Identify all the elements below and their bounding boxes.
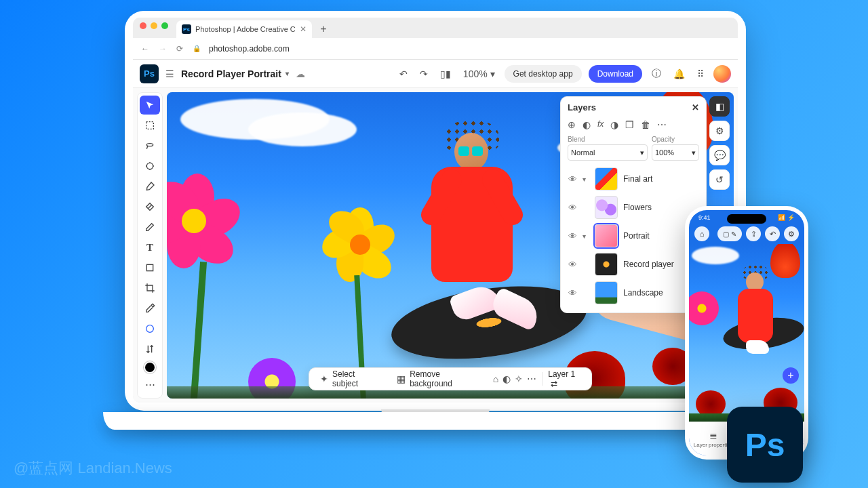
healing-tool[interactable] xyxy=(140,197,160,216)
help-icon[interactable]: ⓘ xyxy=(649,68,664,80)
remove-bg-icon: ▦ xyxy=(397,373,406,384)
layer-name: Record player xyxy=(623,260,674,269)
zoom-level[interactable]: 100% ▾ xyxy=(460,68,498,79)
left-toolbar: T ⋯ xyxy=(137,92,163,399)
layers-rail-icon[interactable]: ◧ xyxy=(709,96,730,117)
minimize-window-icon[interactable] xyxy=(151,22,157,29)
more-tools-icon[interactable]: ⋯ xyxy=(140,375,160,394)
layer-indicator[interactable]: Layer 1 ⇄ xyxy=(548,369,586,388)
phone-share-icon[interactable]: ⇪ xyxy=(746,226,761,241)
foreground-color-swatch[interactable] xyxy=(144,361,156,373)
adjust-icon[interactable]: ◐ xyxy=(502,373,511,384)
comments-rail-icon[interactable]: 💬 xyxy=(709,145,730,165)
contextual-task-bar: ✦Select subject ▦Remove background ⌂ ◐ ✧… xyxy=(309,367,592,390)
ellipse-icon[interactable] xyxy=(140,319,160,338)
layer-item[interactable]: 👁 ▾ Final art xyxy=(568,167,699,190)
add-layer-icon[interactable]: ⊕ xyxy=(568,119,576,130)
document-title-text: Record Player Portrait xyxy=(181,68,281,79)
workspace: T ⋯ xyxy=(133,88,738,403)
layer-item[interactable]: 👁 ▾ Landscape xyxy=(568,281,699,304)
tab-title: Photoshop | Adobe Creative C xyxy=(195,25,296,33)
arrange-tool[interactable] xyxy=(140,340,160,359)
history-rail-icon[interactable]: ↺ xyxy=(709,169,730,190)
group-icon[interactable]: ❐ xyxy=(625,119,634,130)
eraser-tool[interactable] xyxy=(140,218,160,237)
visibility-icon[interactable]: 👁 xyxy=(568,288,577,298)
shape-tool[interactable] xyxy=(140,258,160,277)
opacity-select[interactable]: 100%▾ xyxy=(652,144,699,161)
close-window-icon[interactable] xyxy=(140,22,146,29)
svg-point-1 xyxy=(146,163,153,169)
close-panel-icon[interactable]: ✕ xyxy=(692,102,699,113)
cloud-sync-icon[interactable]: ☁ xyxy=(296,68,305,79)
visibility-icon[interactable]: 👁 xyxy=(568,231,577,241)
mask-icon[interactable]: ◐ xyxy=(583,119,591,130)
brush-tool[interactable] xyxy=(140,177,160,196)
select-subject-button[interactable]: ✦Select subject xyxy=(315,367,387,391)
phone-settings-icon[interactable]: ⚙ xyxy=(784,226,799,241)
layer-item[interactable]: 👁 ▾ Flowers xyxy=(568,196,699,219)
laptop-frame: Ps Photoshop | Adobe Creative C ✕ + ← → … xyxy=(125,11,746,428)
back-icon[interactable]: ← xyxy=(140,44,151,54)
watermark-text: @蓝点网 Landian.News xyxy=(14,458,172,479)
blend-select[interactable]: Normal▾ xyxy=(568,144,648,161)
phone-canvas[interactable]: + xyxy=(689,244,804,422)
redo-icon[interactable]: ↷ xyxy=(417,68,431,79)
phone-home-icon[interactable]: ⌂ xyxy=(694,226,709,241)
type-tool[interactable]: T xyxy=(140,238,160,257)
visibility-icon[interactable]: 👁 xyxy=(568,260,577,270)
expand-icon[interactable]: ▾ xyxy=(583,176,589,183)
apps-grid-icon[interactable]: ⠿ xyxy=(694,68,707,79)
effects-icon[interactable]: ✧ xyxy=(515,373,523,384)
transform-icon[interactable]: ⌂ xyxy=(493,373,498,384)
svg-rect-0 xyxy=(146,122,154,129)
device-preview-icon[interactable]: ▯▮ xyxy=(437,68,454,79)
lock-icon: 🔒 xyxy=(191,45,202,52)
tab-close-icon[interactable]: ✕ xyxy=(300,24,307,34)
visibility-icon[interactable]: 👁 xyxy=(568,174,577,184)
more-layer-icon[interactable]: ⋯ xyxy=(657,119,667,130)
menu-icon[interactable]: ☰ xyxy=(165,68,174,79)
get-desktop-app-button[interactable]: Get desktop app xyxy=(505,65,582,83)
remove-background-button[interactable]: ▦Remove background xyxy=(391,367,489,391)
layer-item[interactable]: 👁 ▾ Record player xyxy=(568,253,699,276)
eyedropper-tool[interactable] xyxy=(140,299,160,318)
app-logo-ps-icon[interactable]: Ps xyxy=(140,64,159,83)
adjustment-layer-icon[interactable]: ◑ xyxy=(610,119,618,130)
lasso-tool[interactable] xyxy=(140,136,160,155)
select-tool[interactable] xyxy=(140,116,160,135)
reload-icon[interactable]: ⟳ xyxy=(175,44,184,54)
delete-layer-icon[interactable]: 🗑 xyxy=(641,119,650,130)
fx-icon[interactable]: fx xyxy=(597,119,604,130)
opacity-label: Opacity xyxy=(652,136,699,143)
adjustments-rail-icon[interactable]: ⚙ xyxy=(709,121,730,141)
quick-select-tool[interactable] xyxy=(140,157,160,176)
move-tool[interactable] xyxy=(140,96,160,115)
forward-icon[interactable]: → xyxy=(157,44,168,54)
new-tab-button[interactable]: + xyxy=(316,22,331,37)
download-button[interactable]: Download xyxy=(589,65,642,83)
browser-tab[interactable]: Ps Photoshop | Adobe Creative C ✕ xyxy=(176,20,312,38)
phone-tool-pill[interactable]: ▢ ✎ xyxy=(717,226,742,241)
canvas[interactable]: ◧ ⚙ 💬 ↺ Layers ✕ ⊕ ◐ xyxy=(167,92,734,399)
maximize-window-icon[interactable] xyxy=(161,22,168,29)
blend-label: Blend xyxy=(568,136,648,143)
document-title[interactable]: Record Player Portrait ▾ xyxy=(181,68,289,79)
undo-icon[interactable]: ↶ xyxy=(397,68,410,79)
expand-icon[interactable]: ▾ xyxy=(583,232,589,240)
layer-list: 👁 ▾ Final art 👁 ▾ Flowers xyxy=(568,167,699,304)
layer-item[interactable]: 👁 ▾ Portrait xyxy=(568,224,699,247)
notifications-icon[interactable]: 🔔 xyxy=(671,68,688,79)
user-avatar[interactable] xyxy=(713,65,731,83)
layer-name: Landscape xyxy=(623,288,663,298)
visibility-icon[interactable]: 👁 xyxy=(568,203,577,213)
phone-undo-icon[interactable]: ↶ xyxy=(765,226,780,241)
more-context-icon[interactable]: ⋯ xyxy=(527,373,536,384)
select-subject-icon: ✦ xyxy=(320,373,328,384)
url-text[interactable]: photoshop.adobe.com xyxy=(209,44,290,54)
layer-name: Flowers xyxy=(623,203,652,212)
phone-top-bar: ⌂ ▢ ✎ ⇪ ↶ ⚙ xyxy=(689,224,804,244)
phone-add-button[interactable]: + xyxy=(783,367,799,384)
layer-props-icon: ≣ xyxy=(709,430,717,441)
crop-tool[interactable] xyxy=(140,279,160,298)
